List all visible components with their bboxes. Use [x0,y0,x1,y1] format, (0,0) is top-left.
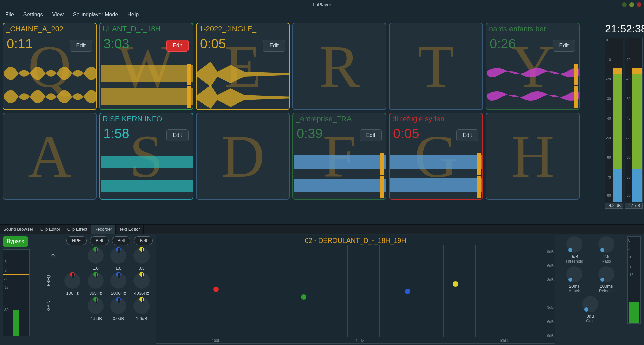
pad-f[interactable]: F _entreprise_TRA 0:39 Edit [292,113,386,200]
pad-edit-button[interactable]: Edit [456,129,478,141]
waveform-icon [4,58,97,109]
attack-knob[interactable] [566,266,582,282]
freq-knob-3[interactable] [133,273,150,289]
svg-rect-1 [101,88,193,105]
menu-file[interactable]: File [5,12,14,18]
menu-settings[interactable]: Settings [23,12,43,18]
pad-level-indicator [187,64,191,108]
pad-time: 0:39 [297,126,323,141]
menu-view[interactable]: View [52,12,64,18]
menu-help[interactable]: Help [127,12,139,18]
pad-key-letter: A [28,122,71,191]
pad-key-letter: T [418,32,454,101]
pad-d[interactable]: D [196,113,290,200]
tab-recorder[interactable]: Recorder [91,225,116,234]
minimize-button[interactable] [622,2,627,7]
freq-knob-1[interactable] [88,273,104,289]
meter-db-right: -4.1 dB [625,203,643,209]
pad-h[interactable]: H [486,113,580,200]
meter-left: 0 -10 -20 -30 -40 -50 -60 -70 -80 [605,38,623,202]
pad-edit-button[interactable]: Edit [360,129,382,141]
svg-rect-4 [294,155,386,169]
eq-curve-icon [156,245,542,345]
pad-title: di refugie syrien [392,115,480,123]
waveform-icon [390,148,483,198]
pad-level-indicator [477,153,481,198]
pad-level-indicator [380,153,384,198]
pad-a[interactable]: A [3,113,97,200]
gain-knob-1[interactable] [88,298,104,314]
svg-rect-5 [294,179,386,192]
pad-q[interactable]: Q _CHAINE_A_202 0:11 Edit [3,23,97,110]
pad-key-letter: D [221,122,265,191]
eq-point-hpf[interactable] [213,287,219,292]
eq-point-3[interactable] [453,281,458,287]
pad-s[interactable]: S RISE KERN INFO 1:58 Edit [99,113,193,200]
pad-w[interactable]: W ULANT_D_-_18H 3:03 Edit [99,23,193,110]
input-meter: 0 -3 -6 -9 -12 -30 [3,249,30,336]
bottom-tabs: Sound Browser Clip Editor Clip Effect Re… [0,224,644,234]
q-knob-1[interactable] [88,248,104,264]
svg-rect-7 [390,178,483,192]
close-button[interactable] [637,2,641,7]
eq-point-1[interactable] [301,294,306,300]
fx-output-meter: 0 -3 -6 -9 -12 [624,234,644,345]
pad-title: RISE KERN INFO [103,115,190,123]
tab-text-editor[interactable]: Text Editor [116,225,143,234]
pad-time: 3:03 [103,36,129,51]
q-knob-3[interactable] [133,248,150,264]
svg-rect-3 [101,180,193,192]
output-meters: 21:52:38 0 -10 -20 -30 -40 -50 -60 -70 -… [604,20,644,224]
tab-clip-editor[interactable]: Clip Editor [37,225,64,234]
gain-label: GAIN [46,301,60,310]
titlebar: LuPlayer [0,0,644,9]
eq-band-bell3[interactable]: Bell [134,236,153,245]
bypass-button[interactable]: Bypass [3,236,28,247]
pad-edit-button[interactable]: Edit [166,40,189,52]
eq-band-bell1[interactable]: Bell [90,236,109,245]
compressor-controls: 0dB Threshold 2.5 Ratio 20ms Attack 200m… [557,234,624,345]
freq-knob-0[interactable] [64,273,80,289]
maximize-button[interactable] [629,2,634,7]
pad-edit-button[interactable]: Edit [263,40,285,52]
pad-e[interactable]: E 1-2022_JINGLE_ 0:05 Edit [196,23,290,110]
pad-time: 1:58 [103,126,129,141]
tab-clip-effect[interactable]: Clip Effect [64,225,91,234]
pad-edit-button[interactable]: Edit [166,129,189,141]
q-knob-2[interactable] [110,248,126,264]
threshold-knob[interactable] [566,236,582,253]
pad-level-indicator [574,64,578,108]
pad-r[interactable]: R [292,23,386,110]
waveform-icon [487,58,580,109]
pad-title: _entreprise_TRA [296,115,383,123]
pad-title: 1-2022_JINGLE_ [199,25,286,33]
clock: 21:52:38 [605,23,643,35]
tab-sound-browser[interactable]: Sound Browser [0,225,37,234]
pad-title: _CHAINE_A_202 [6,25,93,33]
freq-label: FREQ [46,275,60,286]
gain-knob-3[interactable] [133,298,150,314]
eq-band-bell2[interactable]: Bell [112,236,131,245]
eq-point-2[interactable] [405,289,410,294]
eq-band-hpf[interactable]: HPF [66,236,87,245]
q-label: Q [46,253,60,258]
pad-g[interactable]: G di refugie syrien 0:05 Edit [389,113,483,200]
pad-t[interactable]: T [389,23,483,110]
meter-db-left: -4.2 dB [605,203,623,209]
waveform-icon [101,58,193,109]
menu-soundplayer-mode[interactable]: Soundplayer Mode [73,12,118,18]
release-knob[interactable] [598,266,614,282]
pad-y[interactable]: Y nants enfants ber 0:26 Edit [486,23,580,110]
ratio-knob[interactable] [598,236,614,253]
eq-graph[interactable]: 02 - DEROULANT_D_-_18H_19H 9dB 6dB 3dB -… [156,235,555,344]
gain-knob-2[interactable] [110,298,126,314]
window-title: LuPlayer [313,2,331,7]
freq-knob-2[interactable] [110,273,126,289]
eq-clip-title: 02 - DEROULANT_D_-_18H_19H [156,237,555,245]
pad-key-letter: H [511,122,554,191]
pad-edit-button[interactable]: Edit [70,40,92,52]
pad-edit-button[interactable]: Edit [553,40,575,52]
makeup-gain-knob[interactable] [582,296,598,312]
pad-title: nants enfants ber [489,25,576,33]
pad-title: ULANT_D_-_18H [103,25,190,33]
